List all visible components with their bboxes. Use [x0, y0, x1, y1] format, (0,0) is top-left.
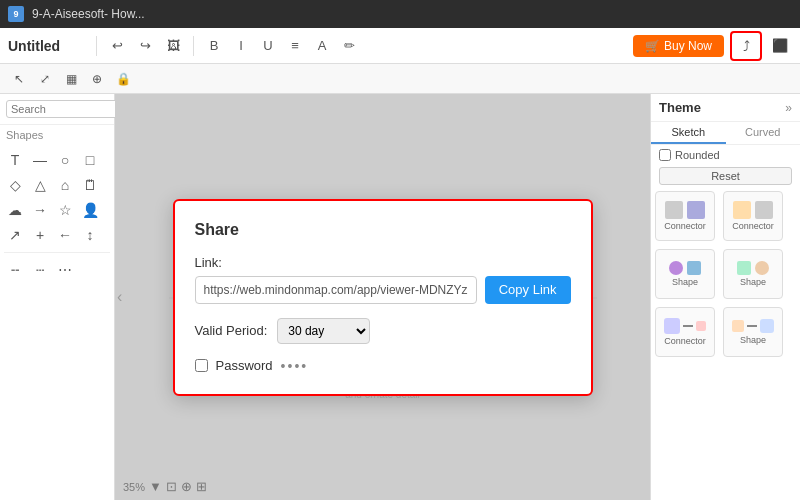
password-checkbox[interactable]: [195, 359, 208, 372]
shape-trapezoid[interactable]: ⌂: [54, 174, 76, 196]
link-row: Copy Link: [195, 276, 571, 304]
shape-card-6[interactable]: Shape: [723, 307, 783, 357]
underline-button[interactable]: U: [256, 34, 280, 58]
shape-plus[interactable]: +: [29, 224, 51, 246]
lock-button[interactable]: 🔒: [112, 68, 134, 90]
tab-curved[interactable]: Curved: [726, 122, 801, 144]
second-toolbar: ↖ ⤢ ▦ ⊕ 🔒: [0, 64, 800, 94]
valid-period-label: Valid Period:: [195, 323, 268, 338]
tab-sketch[interactable]: Sketch: [651, 122, 726, 144]
shape-arrow-left[interactable]: ←: [54, 224, 76, 246]
shape-dot-line[interactable]: ⋯: [54, 259, 76, 281]
paint-button[interactable]: ✏: [337, 34, 361, 58]
app-title: Untitled: [8, 38, 78, 54]
shape-arrow-2[interactable]: ↕: [79, 224, 101, 246]
modal-title: Share: [195, 221, 571, 239]
main-toolbar: Untitled ↩ ↪ 🖼 B I U ≡ A ✏ 🛒 Buy Now ⤴ ⬛: [0, 28, 800, 64]
valid-period-select[interactable]: 30 day 7 day 1 day Permanent: [277, 318, 370, 344]
modal-overlay: Share Link: Copy Link Valid Period: 30 d…: [115, 94, 650, 500]
shape-line[interactable]: —: [29, 149, 51, 171]
fullscreen-button[interactable]: ⬛: [768, 34, 792, 58]
shape-triangle[interactable]: △: [29, 174, 51, 196]
panel-tabs: Sketch Curved: [651, 122, 800, 145]
cursor-button[interactable]: ↖: [8, 68, 30, 90]
font-button[interactable]: A: [310, 34, 334, 58]
link-label: Link:: [195, 255, 571, 270]
undo-button[interactable]: ↩: [105, 34, 129, 58]
share-button[interactable]: ⤴: [730, 31, 762, 61]
shape-card-4[interactable]: Shape: [723, 249, 783, 299]
italic-button[interactable]: I: [229, 34, 253, 58]
shape-divider: [4, 252, 110, 253]
password-dots: ••••: [281, 358, 309, 374]
title-bar: 9 9-A-Aiseesoft- How...: [0, 0, 800, 28]
shape-card-3[interactable]: Shape: [655, 249, 715, 299]
rounded-checkbox[interactable]: [659, 149, 671, 161]
left-sidebar: Shapes T — ○ □ ◇ △ ⌂ 🗒 ☁ → ☆ 👤 ↗ + ← ↕ ╌…: [0, 94, 115, 500]
app-icon: 9: [8, 6, 24, 22]
password-row: Password ••••: [195, 358, 571, 374]
more-button[interactable]: ⊕: [86, 68, 108, 90]
separator: [96, 36, 97, 56]
share-modal: Share Link: Copy Link Valid Period: 30 d…: [173, 199, 593, 396]
search-row: [0, 94, 114, 125]
sidebar-section-label: Shapes: [0, 125, 114, 145]
copy-link-button[interactable]: Copy Link: [485, 276, 571, 304]
shape-arrow-curved[interactable]: ↗: [4, 224, 26, 246]
redo-button[interactable]: ↪: [133, 34, 157, 58]
right-panel: Theme » Sketch Curved Rounded Reset Conn…: [650, 94, 800, 500]
shape-star[interactable]: ☆: [54, 199, 76, 221]
shape-card-5[interactable]: Connector: [655, 307, 715, 357]
bold-button[interactable]: B: [202, 34, 226, 58]
rounded-label: Rounded: [675, 149, 720, 161]
reset-button[interactable]: Reset: [659, 167, 792, 185]
image-button[interactable]: 🖼: [161, 34, 185, 58]
share-icon: ⤴: [743, 38, 750, 54]
shape-cards: Connector Connector Shape: [651, 187, 800, 303]
shape-cloud[interactable]: ☁: [4, 199, 26, 221]
valid-period-row: Valid Period: 30 day 7 day 1 day Permane…: [195, 318, 571, 344]
shape-dash2[interactable]: ┄: [29, 259, 51, 281]
shape-person[interactable]: 👤: [79, 199, 101, 221]
right-panel-title: Theme: [659, 100, 701, 115]
rounded-option: Rounded: [651, 145, 800, 165]
tab-label: 9-A-Aiseesoft- How...: [32, 7, 145, 21]
shape-grid: T — ○ □ ◇ △ ⌂ 🗒 ☁ → ☆ 👤 ↗ + ← ↕ ╌ ┄ ⋯: [0, 145, 114, 285]
align-button[interactable]: ≡: [283, 34, 307, 58]
link-input[interactable]: [195, 276, 477, 304]
format-group: B I U ≡ A ✏: [202, 34, 361, 58]
shape-dash1[interactable]: ╌: [4, 259, 26, 281]
content-area: Shapes T — ○ □ ◇ △ ⌂ 🗒 ☁ → ☆ 👤 ↗ + ← ↕ ╌…: [0, 94, 800, 500]
password-label: Password: [216, 358, 273, 373]
right-panel-header: Theme »: [651, 94, 800, 122]
shape-card-2[interactable]: Connector: [723, 191, 783, 241]
shape-ellipse[interactable]: ○: [54, 149, 76, 171]
shape-arrow-right[interactable]: →: [29, 199, 51, 221]
shape-text[interactable]: T: [4, 149, 26, 171]
table-button[interactable]: ▦: [60, 68, 82, 90]
shape-note[interactable]: 🗒: [79, 174, 101, 196]
shape-card-1[interactable]: Connector: [655, 191, 715, 241]
canvas-area[interactable]: Baroque Era (1600-1750 AD) Characterized…: [115, 94, 650, 500]
toolbar-right: 🛒 Buy Now ⤴ ⬛: [625, 31, 792, 61]
connect-button[interactable]: ⤢: [34, 68, 56, 90]
expand-arrows-icon[interactable]: »: [785, 101, 792, 115]
shape-diamond[interactable]: ◇: [4, 174, 26, 196]
buy-now-button[interactable]: 🛒 Buy Now: [633, 35, 724, 57]
cart-icon: 🛒: [645, 39, 660, 53]
shape-cards-2: Connector Shape: [651, 303, 800, 361]
shape-rect[interactable]: □: [79, 149, 101, 171]
separator2: [193, 36, 194, 56]
